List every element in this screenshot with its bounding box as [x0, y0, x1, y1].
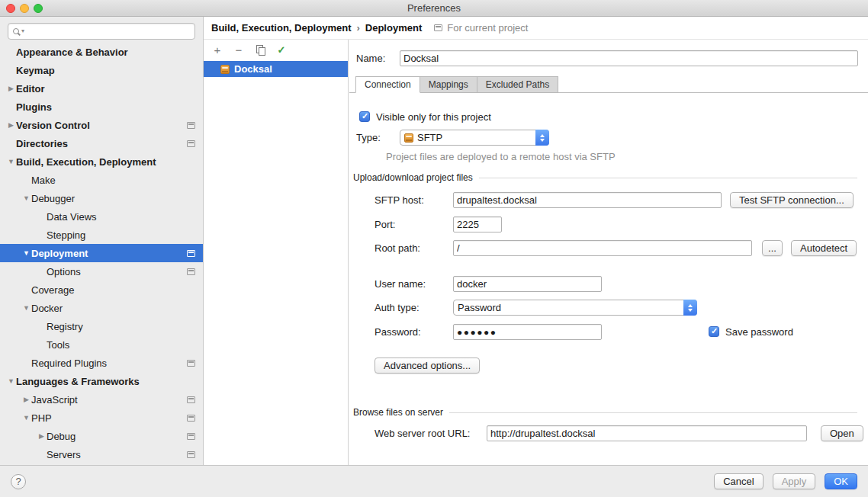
user-name-input[interactable] [453, 276, 602, 292]
sidebar-item-label: Make [31, 175, 56, 186]
sidebar-item-label: JavaScript [31, 394, 78, 406]
sidebar-item-debugger[interactable]: ▼Debugger [0, 189, 203, 207]
chevron-right-icon[interactable]: ▶ [21, 396, 31, 403]
sidebar-item-docker[interactable]: ▼Docker [0, 299, 203, 317]
sidebar-item-appearance-behavior[interactable]: Appearance & Behavior [0, 43, 203, 61]
sidebar-item-label: Languages & Frameworks [16, 376, 140, 387]
browse-button[interactable]: ... [762, 240, 783, 256]
sidebar-item-javascript[interactable]: ▶JavaScript [0, 390, 203, 409]
sidebar-item-stepping[interactable]: Stepping [0, 226, 203, 244]
cancel-button[interactable]: Cancel [714, 473, 763, 489]
dialog-footer: ? Cancel Apply OK [0, 465, 868, 497]
close-button[interactable] [6, 4, 15, 13]
sidebar-item-build-execution-deployment[interactable]: ▼Build, Execution, Deployment [0, 152, 203, 171]
window-title: Preferences [0, 2, 868, 14]
sidebar-item-label: Appearance & Behavior [16, 46, 128, 58]
sidebar-item-required-plugins[interactable]: Required Plugins [0, 354, 203, 372]
chevron-right-icon[interactable]: ▶ [6, 85, 16, 92]
sidebar-item-registry[interactable]: Registry [0, 317, 203, 335]
apply-button[interactable]: Apply [773, 473, 816, 489]
sidebar-item-data-views[interactable]: Data Views [0, 207, 203, 226]
sidebar-item-keymap[interactable]: Keymap [0, 61, 203, 79]
root-path-input[interactable] [453, 240, 752, 256]
server-list-panel: + − ✓ Docksal [204, 40, 349, 465]
sftp-host-label: SFTP host: [375, 192, 424, 208]
web-root-input[interactable] [487, 425, 807, 441]
port-input[interactable] [453, 216, 502, 232]
server-list-item[interactable]: Docksal [204, 61, 348, 77]
sidebar-item-plugins[interactable]: Plugins [0, 98, 203, 116]
search-input[interactable] [27, 24, 190, 38]
sidebar-item-tools[interactable]: Tools [0, 335, 203, 354]
combo-arrows-icon [683, 300, 697, 316]
current-project-icon [187, 140, 195, 147]
tab-mappings[interactable]: Mappings [420, 76, 477, 93]
save-password-checkbox[interactable] [709, 326, 719, 337]
use-as-default-button[interactable]: ✓ [274, 43, 289, 56]
traffic-lights [6, 4, 43, 13]
tab-bar: ConnectionMappingsExcluded Paths [349, 75, 868, 93]
sidebar-item-label: Registry [47, 321, 83, 332]
sidebar-item-languages-frameworks[interactable]: ▼Languages & Frameworks [0, 372, 203, 390]
chevron-down-icon[interactable]: ▼ [21, 304, 31, 312]
remove-button[interactable]: − [231, 43, 246, 56]
combo-arrows-icon [535, 130, 549, 146]
server-toolbar: + − ✓ [204, 40, 348, 59]
chevron-right-icon[interactable]: ▶ [37, 432, 47, 440]
sftp-host-input[interactable] [453, 192, 722, 208]
name-label: Name: [356, 50, 385, 66]
password-input[interactable] [453, 324, 602, 340]
sidebar-item-label: Keymap [16, 65, 55, 76]
deployment-form: Name: ConnectionMappingsExcluded Paths V… [349, 40, 868, 465]
up-arrow-icon [540, 134, 545, 137]
server-list: Docksal [204, 61, 348, 77]
scope-indicator: For current project [434, 22, 528, 34]
current-project-icon [187, 360, 195, 367]
type-select[interactable]: SFTP [400, 130, 549, 146]
sidebar-item-label: Editor [16, 83, 45, 95]
chevron-down-icon[interactable]: ▼ [21, 414, 31, 422]
sidebar-item-make[interactable]: Make [0, 171, 203, 189]
sidebar-item-deployment[interactable]: ▼Deployment [0, 244, 203, 262]
chevron-down-icon[interactable]: ▼ [21, 194, 31, 202]
chevron-down-icon[interactable]: ▼ [6, 377, 16, 385]
zoom-button[interactable] [34, 4, 43, 13]
advanced-options-button[interactable]: Advanced options... [375, 358, 480, 374]
visible-only-checkbox[interactable] [359, 111, 370, 122]
use-as-default-icon: ✓ [278, 45, 286, 55]
chevron-right-icon[interactable]: ▶ [6, 121, 16, 129]
sidebar-item-label: Coverage [31, 284, 74, 296]
settings-search-box[interactable]: ▾ [8, 23, 195, 40]
sidebar-item-label: Debugger [31, 193, 75, 204]
help-button[interactable]: ? [11, 474, 26, 489]
minimize-button[interactable] [20, 4, 29, 13]
name-input[interactable] [400, 50, 858, 66]
sidebar-item-servers[interactable]: Servers [0, 445, 203, 463]
autodetect-button[interactable]: Autodetect [791, 240, 857, 256]
sidebar-item-label: Plugins [16, 101, 52, 113]
search-options-chevron-icon[interactable]: ▾ [21, 28, 24, 34]
tab-excluded-paths[interactable]: Excluded Paths [477, 76, 558, 93]
up-arrow-icon [688, 304, 693, 307]
add-button[interactable]: + [210, 43, 225, 56]
sidebar-item-options[interactable]: Options [0, 262, 203, 281]
tab-connection[interactable]: Connection [355, 76, 420, 93]
sidebar-item-debug[interactable]: ▶Debug [0, 427, 203, 445]
sidebar-item-editor[interactable]: ▶Editor [0, 79, 203, 98]
breadcrumb-root[interactable]: Build, Execution, Deployment [211, 22, 351, 34]
sidebar-item-label: Required Plugins [31, 358, 107, 369]
sidebar-item-php[interactable]: ▼PHP [0, 409, 203, 427]
copy-button[interactable] [252, 43, 268, 56]
ok-button[interactable]: OK [825, 473, 857, 489]
sidebar-item-coverage[interactable]: Coverage [0, 281, 203, 299]
browse-section-label: Browse files on server [353, 407, 443, 418]
chevron-down-icon[interactable]: ▼ [6, 158, 16, 165]
chevron-down-icon[interactable]: ▼ [21, 249, 31, 257]
test-sftp-connection-button[interactable]: Test SFTP connection... [730, 192, 854, 208]
sidebar-item-label: Data Views [47, 211, 97, 223]
auth-type-select[interactable]: Password [453, 300, 697, 316]
sidebar-item-version-control[interactable]: ▶Version Control [0, 116, 203, 134]
sidebar-item-label: Stepping [47, 229, 85, 241]
sidebar-item-directories[interactable]: Directories [0, 134, 203, 152]
open-button[interactable]: Open [821, 425, 863, 441]
